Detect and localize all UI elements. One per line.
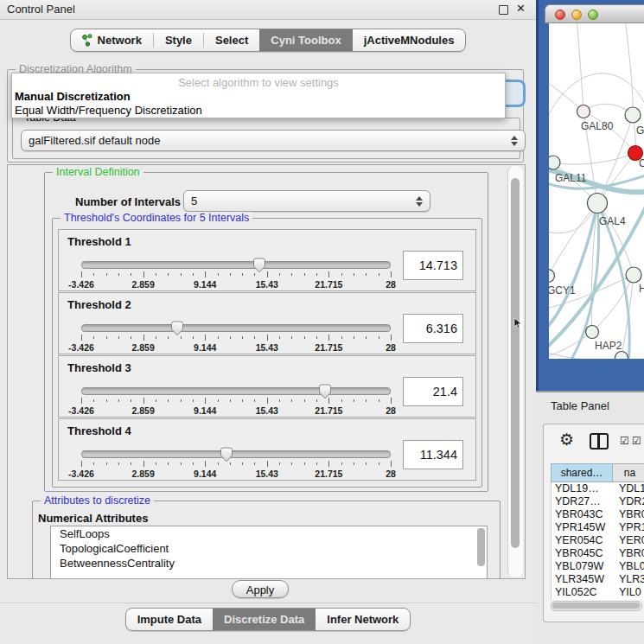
attribute-list-item[interactable]: TopologicalCoefficient [51,541,487,556]
threshold-panel: Threshold 3-3.4262.8599.14415.4321.71528… [58,355,476,418]
threshold-value-field[interactable]: 6.316 [403,314,463,343]
cell-name[interactable]: YBL0 [614,560,644,573]
network-canvas[interactable]: GAL80GACGAL11GAL4GCY1HHAP2 [549,23,644,359]
cell-name[interactable]: YIL0 [614,586,644,599]
threshold-slider[interactable]: -3.4262.8599.14415.4321.71528 [81,261,391,289]
table-row[interactable]: YBR043CYBR0 [552,508,644,521]
gear-icon[interactable]: ⚙ [559,430,574,450]
columns-icon[interactable] [590,433,609,450]
cell-shared-name[interactable]: YLR345W [552,573,614,586]
float-window-icon[interactable] [499,5,508,15]
table-header-row: shared… na [551,463,644,482]
cell-name[interactable]: YPR1 [614,521,644,534]
network-node-hap2[interactable] [586,326,599,339]
slider-ticks [81,398,391,405]
tab-network[interactable]: Network [71,29,153,51]
network-node[interactable] [615,352,628,360]
column-header-name[interactable]: na [613,463,644,482]
slider-track[interactable] [81,261,391,269]
slider-scale-labels: -3.4262.8599.14415.4321.71528 [81,469,391,478]
cell-name[interactable]: YLR3 [614,573,644,586]
tab-cyni-toolbox[interactable]: Cyni Toolbox [259,29,352,51]
tab-style[interactable]: Style [154,29,203,51]
network-node-gcy1[interactable] [549,270,555,283]
table-row[interactable]: YBL079WYBL0 [552,560,644,573]
table-panel: ⚙ ☑ ☑ shared… na YDL19…YDL1YDR27…YDR2YBR… [543,424,644,622]
dropdown-option-equal-width[interactable]: Equal Width/Frequency Discretization [15,104,202,117]
tab-label: Network [98,34,142,47]
list-scrollbar[interactable] [477,528,485,566]
table-row[interactable]: YIL052CYIL0 [552,586,644,599]
threshold-value-field[interactable]: 21.4 [403,377,463,406]
table-body[interactable]: YDL19…YDL1YDR27…YDR2YBR043CYBR0YPR145WYP… [551,482,644,600]
threshold-panel: Threshold 2-3.4262.8599.14415.4321.71528… [58,292,476,354]
cell-shared-name[interactable]: YDL19… [552,482,614,495]
number-of-intervals-combobox[interactable]: 5 [183,190,430,212]
apply-button[interactable]: Apply [232,580,289,598]
table-row[interactable]: YDL19…YDL1 [552,482,644,495]
cell-shared-name[interactable]: YIL052C [552,586,614,599]
threshold-slider[interactable]: -3.4262.8599.14415.4321.71528 [81,387,391,415]
table-row[interactable]: YLR345WYLR3 [552,573,644,586]
slider-track[interactable] [81,387,391,395]
table-row[interactable]: YER054CYER0 [552,534,644,547]
cell-shared-name[interactable]: YER054C [552,534,614,547]
interval-definition-group: Interval Definition Number of Intervals … [44,172,488,492]
cell-name[interactable]: YBR0 [614,547,644,560]
close-icon[interactable]: ✕ [516,2,526,15]
threshold-panel: Threshold 1-3.4262.8599.14415.4321.71528… [58,229,476,291]
mac-close-icon[interactable] [555,10,565,20]
cell-name[interactable]: YBR0 [614,508,644,521]
column-header-shared-name[interactable]: shared… [551,463,613,482]
mac-minimize-icon[interactable] [571,10,582,20]
tab-select[interactable]: Select [204,29,259,51]
node-label: GAL4 [599,215,626,227]
table-row[interactable]: YDR27…YDR2 [552,495,644,508]
checkbox-icon[interactable]: ☑ [620,435,629,447]
network-node-gal80[interactable] [577,105,590,118]
table-data-combobox[interactable]: galFiltered.sif default node [21,130,526,151]
threshold-slider[interactable]: -3.4262.8599.14415.4321.71528 [81,324,391,352]
cell-shared-name[interactable]: YBR043C [552,508,614,521]
tab-impute-data[interactable]: Impute Data [126,609,213,630]
cell-shared-name[interactable]: YDR27… [552,495,614,508]
slider-scale-labels: -3.4262.8599.14415.4321.71528 [81,279,391,289]
tab-label: Cyni Toolbox [271,34,341,47]
table-horizontal-scrollbar[interactable] [551,601,642,611]
tab-jactivemnodules[interactable]: jActiveMNodules [353,29,466,51]
cell-shared-name[interactable]: YBL079W [552,560,614,573]
tab-infer-network[interactable]: Infer Network [316,609,410,630]
numerical-attributes-list[interactable]: SelfLoopsTopologicalCoefficientBetweenne… [50,526,488,579]
table-toolbar: ⚙ ☑ ☑ [544,424,644,461]
cell-name[interactable]: YDL1 [614,482,644,495]
network-window-titlebar[interactable] [545,4,644,23]
network-node-gal4[interactable] [588,194,608,214]
threshold-label: Threshold 1 [67,235,131,248]
panel-scrollbar[interactable] [507,166,523,577]
network-node-gal11[interactable] [549,156,560,169]
threshold-slider[interactable]: -3.4262.8599.14415.4321.71528 [81,450,391,478]
scrollbar-thumb[interactable] [511,178,520,548]
cell-shared-name[interactable]: YPR145W [552,521,614,534]
attribute-list-item[interactable]: SelfLoops [51,526,487,541]
network-node-ga[interactable] [625,107,641,123]
cell-shared-name[interactable]: YBR045C [552,547,614,560]
algorithm-dropdown-popup: Select algorithm to view settings Manual… [11,73,506,118]
slider-ticks [81,461,391,468]
tab-discretize-data[interactable]: Discretize Data [213,609,316,630]
attribute-list-item[interactable]: BetweennessCentrality [51,556,487,571]
slider-track[interactable] [81,324,391,332]
scrollbar-thumb[interactable] [552,603,640,609]
threshold-value-field[interactable]: 14.713 [403,251,463,280]
cell-name[interactable]: YDR2 [614,495,644,508]
mac-zoom-icon[interactable] [588,10,598,20]
table-row[interactable]: YPR145WYPR1 [552,521,644,534]
cell-name[interactable]: YER0 [614,534,644,547]
table-row[interactable]: YBR045CYBR0 [552,547,644,560]
threshold-value-field[interactable]: 11.344 [403,440,463,469]
dropdown-option-manual[interactable]: Manual Discretization [15,90,131,103]
network-node-h[interactable] [626,267,641,283]
thresholds-group: Threshold's Coordinates for 5 Intervals … [52,218,482,488]
checkbox-icon[interactable]: ☑ [632,435,641,447]
slider-track[interactable] [81,450,391,458]
